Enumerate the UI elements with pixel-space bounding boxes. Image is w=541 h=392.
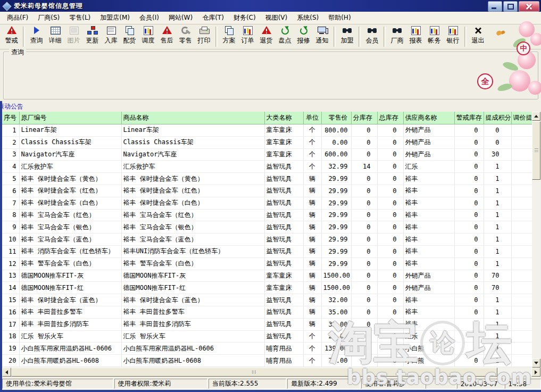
- table-cell: 0: [454, 318, 484, 330]
- vertical-scroll-thumb[interactable]: [532, 121, 540, 180]
- table-cell: [511, 209, 532, 221]
- toolbar-button[interactable]: 售后: [157, 26, 176, 48]
- table-row[interactable]: 14德国MOON推车FIT-红德国MOON推车FIT-红童车童床辆1500.00…: [2, 282, 532, 294]
- toolbar-button[interactable]: 警戒: [2, 26, 21, 48]
- toolbar-button[interactable]: 查询: [27, 26, 46, 48]
- column-header[interactable]: 原厂编号: [19, 112, 121, 124]
- menu-item[interactable]: 财务(C): [229, 12, 261, 24]
- table-row[interactable]: 5裕丰 保时捷合金车（黄色）裕丰 保时捷合金车（黄色）益智玩具辆29.9900裕…: [2, 173, 532, 185]
- table-row[interactable]: 18汇乐 智乐火车汇乐 智乐火车益智玩具个24.0000汇乐01: [2, 330, 532, 343]
- table-row[interactable]: 6裕丰 保时捷合金车（红色）裕丰 保时捷合金车（红色）益智玩具辆29.9900裕…: [2, 185, 532, 197]
- toolbar-button[interactable]: 报表: [406, 26, 425, 48]
- table-row[interactable]: 8裕丰 宝马合金车（红色）裕丰 宝马合金车（红色）益智玩具辆29.9900裕丰0…: [2, 209, 532, 221]
- menu-item[interactable]: 加盟店(M): [95, 12, 135, 24]
- table-row[interactable]: 21康贝宝驹汽车座 黑色康贝宝驹汽车座 黑色童车童床个1580.0000康贝00: [2, 366, 532, 367]
- column-header[interactable]: 零售价: [321, 112, 351, 124]
- toolbar-button-label: 详细: [49, 36, 62, 45]
- horizontal-scroll-thumb[interactable]: [11, 368, 497, 377]
- toolbar-button[interactable]: 厂商: [388, 26, 406, 48]
- table-row[interactable]: 12裕丰 警车合金车（白色）裕丰 警车合金车（白色）益智玩具辆29.9900裕丰…: [2, 257, 532, 270]
- table-row[interactable]: 1Linear车架Linear车架童车童床个800.0000外销产品00: [2, 124, 532, 137]
- menu-item[interactable]: 视图(V): [261, 12, 293, 24]
- table-row[interactable]: 16裕丰 丰田普拉多警车裕丰 丰田普拉多警车益智玩具辆35.0000裕丰01: [2, 306, 532, 318]
- table-row[interactable]: 10裕丰 宝马合金车（蓝色）裕丰 宝马合金车（蓝色）益智玩具辆29.9900裕丰…: [2, 233, 532, 246]
- toolbar-button[interactable]: 配货: [120, 26, 139, 48]
- scroll-down-button[interactable]: [532, 358, 540, 368]
- column-header[interactable]: 大类名称: [264, 112, 303, 124]
- wrench-icon: [180, 26, 192, 35]
- scroll-right-button[interactable]: [531, 368, 540, 377]
- vertical-scrollbar[interactable]: [532, 112, 540, 367]
- toolbar-button[interactable]: 加盟: [338, 26, 356, 48]
- table-cell: 0: [454, 366, 484, 367]
- table-row[interactable]: 11裕丰 消防车合金车（红色轿车）裕丰UNI消防车合金车（红色轿车）益智玩具辆2…: [2, 245, 532, 257]
- menu-item[interactable]: 仓库(T): [197, 12, 229, 24]
- table-cell: 0: [454, 270, 484, 282]
- scroll-left-button[interactable]: [2, 368, 11, 377]
- menu-item[interactable]: 网站(W): [164, 12, 197, 24]
- column-header[interactable]: 序号: [2, 112, 19, 124]
- toolbar-button[interactable]: 会员: [363, 26, 381, 48]
- table-cell: [511, 355, 532, 367]
- menu-item[interactable]: 零售(L): [64, 12, 95, 24]
- table-row[interactable]: 7裕丰 保时捷合金车（白色）裕丰 保时捷合金车（白色）益智玩具辆29.9900裕…: [2, 197, 532, 209]
- toolbar-button[interactable]: 详细: [46, 26, 64, 48]
- toolbar-button[interactable]: 退出: [469, 26, 487, 48]
- scroll-up-button[interactable]: [532, 112, 540, 121]
- column-header[interactable]: 调价提示: [511, 112, 532, 124]
- column-header[interactable]: 分库存: [351, 112, 377, 124]
- toolbar-button[interactable]: 打印: [195, 26, 213, 48]
- toolbar-button[interactable]: 零售: [176, 26, 195, 48]
- menu-item[interactable]: 系统(S): [292, 12, 323, 24]
- table-cell: 裕丰 保时捷合金车（红色）: [19, 185, 121, 197]
- table-row[interactable]: 19小白熊车用家用温奶器HL-0606小白熊车用家用温奶器HL-0606哺育用品…: [2, 343, 532, 355]
- table-cell: 外销产品: [403, 148, 454, 161]
- app-window: { "window": { "title": "爱米莉母婴馆信息管理" }, "…: [0, 0, 541, 392]
- menu-item[interactable]: 帮助(H): [323, 12, 355, 24]
- toolbar-button[interactable]: 调度: [139, 26, 157, 48]
- table-cell: 0: [351, 221, 377, 233]
- table-cell: 0: [454, 330, 484, 343]
- toolbar-button[interactable]: 盘点: [276, 26, 294, 48]
- column-header[interactable]: 商品名称: [121, 112, 264, 124]
- table-cell: 0: [351, 136, 377, 148]
- column-header[interactable]: 总库存: [377, 112, 403, 124]
- toolbar-button[interactable]: 报修: [294, 26, 313, 48]
- toolbar-button[interactable]: 退货: [257, 26, 276, 48]
- table-cell: 24.00: [321, 330, 351, 343]
- close-button[interactable]: [519, 1, 539, 12]
- toolbar-button[interactable]: 订单: [238, 26, 257, 48]
- column-header[interactable]: 供应商名称: [403, 112, 454, 124]
- minimize-button[interactable]: [488, 1, 502, 12]
- toolbar-button[interactable]: 通知: [313, 26, 331, 48]
- column-header[interactable]: 单位: [303, 112, 321, 124]
- menu-item[interactable]: 会员(I): [135, 12, 164, 24]
- table-row[interactable]: 17裕丰 丰田普拉多消防车裕丰 丰田普拉多消防车益智玩具辆35.0000裕丰01: [2, 318, 532, 330]
- table-row[interactable]: 2Classis Chassis车架Classis Chassis车架童车童床个…: [2, 136, 532, 148]
- column-header[interactable]: 警戒库存: [454, 112, 484, 124]
- menu-item[interactable]: 商品(F): [2, 12, 33, 24]
- table-cell: 0: [454, 148, 484, 161]
- column-header[interactable]: 提成积分: [484, 112, 511, 124]
- table-row[interactable]: 4汇乐救护车汇乐救护车益智玩具个32.99140汇乐01: [2, 161, 532, 173]
- toolbar-button[interactable]: 银行: [444, 26, 462, 48]
- menu-item[interactable]: 厂商(S): [33, 12, 64, 24]
- toolbar-button[interactable]: 帐务: [425, 26, 444, 48]
- table-cell: 1: [484, 294, 511, 306]
- table-cell: 600.00: [321, 148, 351, 161]
- toolbar-button[interactable]: 更新: [83, 26, 102, 48]
- restore-button[interactable]: [503, 1, 518, 12]
- play-icon: [31, 26, 43, 35]
- table-row[interactable]: 15裕丰 保时捷合金车（蓝色）裕丰 保时捷合金车（蓝色）益智玩具辆32.0000…: [2, 294, 532, 306]
- toolbar-button-label: 更新: [86, 36, 99, 45]
- horizontal-scrollbar[interactable]: [2, 368, 540, 377]
- table-row[interactable]: 20小白熊车用暖奶器HL-0608小白熊车用暖奶器HL-0608哺育用品个79.…: [2, 355, 532, 367]
- toolbar-button[interactable]: 入库: [102, 26, 120, 48]
- window-left-edge: [0, 101, 2, 390]
- table-row[interactable]: 3Navigator汽车座Navigator汽车座童车童床个600.0000外销…: [2, 148, 532, 161]
- toolbar-button-label: 厂商: [391, 36, 404, 45]
- table-cell: 0: [377, 148, 403, 161]
- table-row[interactable]: 13德国MOON推车FIT-灰德国MOON推车FIT-灰童车童床辆1500.00…: [2, 270, 532, 282]
- table-row[interactable]: 9裕丰 宝马合金车（银色）裕丰 宝马合金车（银色）益智玩具辆29.9900裕丰0…: [2, 221, 532, 233]
- toolbar-button[interactable]: 方案: [220, 26, 238, 48]
